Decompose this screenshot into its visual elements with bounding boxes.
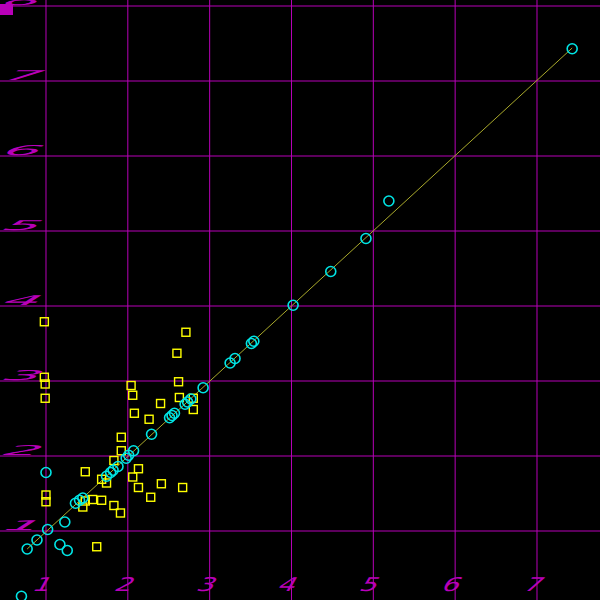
data-point-square [179,484,187,492]
data-point-square [130,409,138,417]
data-point-square [41,394,49,402]
data-point-circle [326,267,336,277]
data-point-square [81,468,89,476]
data-point-square [157,480,165,488]
data-point-circle [62,546,72,556]
data-point-square [145,415,153,423]
data-point-square [173,349,181,357]
data-point-square [134,484,142,492]
data-point-square [40,318,48,326]
data-point-circle [384,196,394,206]
data-point-square [175,378,183,386]
data-point-square [129,391,137,399]
data-point-square [134,465,142,473]
data-point-square [157,400,165,408]
data-point-circle [288,300,298,310]
data-point-circle [43,525,53,535]
data-point-circle [60,517,70,527]
data-point-square [110,502,118,510]
data-point-square [129,473,137,481]
data-point-square [147,493,155,501]
clipped-axis-label-artifact [0,4,13,15]
data-point-square [117,433,125,441]
plot-area [0,0,600,600]
data-point-square [182,328,190,336]
scatter-chart: 123456781234567 [0,0,600,600]
data-point-circle [567,44,577,54]
data-point-circle [16,591,26,600]
data-point-square [116,509,124,517]
data-point-square [98,496,106,504]
data-point-circle [361,234,371,244]
data-point-square [93,543,101,551]
